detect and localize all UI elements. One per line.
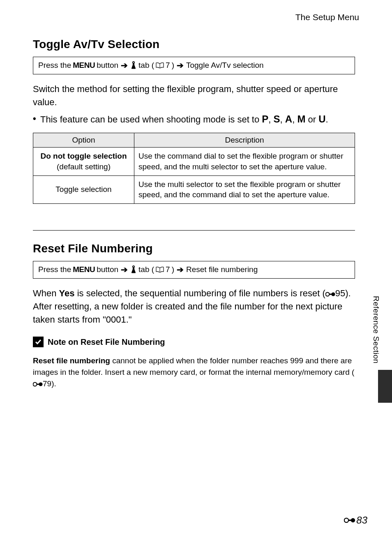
side-section-label: Reference Section (371, 296, 380, 364)
nav-text: tab ( (138, 265, 154, 275)
reference-icon (344, 517, 355, 524)
nav-destination: Reset file numbering (186, 265, 258, 275)
note-bold: Reset file numbering (33, 356, 110, 365)
book-icon (156, 62, 164, 68)
wrench-icon (130, 265, 137, 274)
nav-text: tab ( (138, 61, 154, 70)
table-head-option: Option (33, 133, 134, 148)
table-head-description: Description (134, 133, 355, 148)
reference-icon (33, 381, 43, 387)
wrench-icon (130, 61, 137, 69)
arrow-right-icon: ➔ (121, 265, 128, 274)
para-yes: Yes (59, 288, 75, 298)
note-body: Reset file numbering cannot be applied w… (33, 355, 355, 389)
bullet-text: . (326, 114, 328, 125)
svg-point-10 (351, 518, 355, 522)
table-row: Do not toggle selection (default setting… (33, 148, 355, 175)
reset-paragraph: When Yes is selected, the sequential num… (33, 287, 355, 326)
arrow-right-icon: ➔ (177, 61, 184, 69)
table-row: Toggle selection Use the multi selector … (33, 175, 355, 203)
menu-button-label: MENU (73, 265, 95, 275)
mode-u: U (318, 113, 325, 125)
cross-ref-number: 95 (335, 288, 345, 298)
reference-icon (325, 291, 335, 297)
nav-cross-ref: 7 (166, 265, 170, 275)
thumb-tab (378, 370, 392, 403)
svg-point-5 (33, 382, 37, 386)
nav-cross-ref: 7 (166, 61, 170, 70)
nav-text: button (97, 265, 118, 275)
nav-text: Press the (38, 61, 71, 70)
section-divider (33, 230, 355, 231)
option-name: Toggle selection (55, 185, 111, 194)
nav-text: button (97, 61, 118, 70)
book-icon (156, 267, 164, 272)
para-text: When (33, 288, 59, 298)
section-title-reset-file-numbering: Reset File Numbering (33, 242, 355, 255)
page-number-value: 83 (356, 515, 367, 526)
intro-paragraph: Switch the method for setting the flexib… (33, 83, 355, 109)
page-number: 83 (344, 515, 367, 526)
nav-text: Press the (38, 265, 71, 275)
svg-point-7 (39, 382, 43, 386)
feature-bullet: This feature can be used when shooting m… (33, 112, 355, 127)
option-description: Use the command dial to set the flexible… (134, 148, 355, 175)
para-text: is selected, the sequential numbering of… (75, 288, 325, 298)
checkmark-badge-icon (33, 337, 44, 347)
note-heading: Note on Reset File Numbering (33, 337, 355, 347)
option-subtext: (default setting) (37, 162, 130, 172)
nav-text: ) (172, 61, 174, 70)
arrow-right-icon: ➔ (177, 265, 184, 274)
option-name: Do not toggle selection (37, 151, 130, 162)
note-text: ). (51, 379, 56, 388)
section-title-toggle-avtv: Toggle Av/Tv Selection (33, 38, 355, 51)
note-title: Note on Reset File Numbering (48, 337, 165, 347)
bullet-text: This feature can be used when shooting m… (40, 114, 262, 125)
mode-m: M (297, 113, 305, 125)
mode-a: A (285, 113, 292, 125)
option-description: Use the multi selector to set the flexib… (134, 175, 355, 203)
arrow-right-icon: ➔ (121, 61, 128, 69)
nav-text: ) (172, 265, 174, 275)
svg-point-4 (331, 292, 335, 296)
cross-ref-number: 79 (43, 379, 51, 388)
options-table: Option Description Do not toggle selecti… (33, 133, 355, 204)
mode-s: S (274, 113, 280, 125)
mode-p: P (262, 113, 268, 125)
svg-point-8 (344, 518, 348, 522)
breadcrumb-toggle-avtv: Press the MENU button ➔ tab ( 7) ➔ Toggl… (33, 57, 355, 74)
breadcrumb-reset-file-numbering: Press the MENU button ➔ tab ( 7) ➔ Reset… (33, 261, 355, 279)
chapter-header: The Setup Menu (33, 12, 359, 22)
menu-button-label: MENU (73, 61, 95, 70)
svg-point-2 (325, 292, 329, 296)
nav-destination: Toggle Av/Tv selection (186, 61, 264, 70)
